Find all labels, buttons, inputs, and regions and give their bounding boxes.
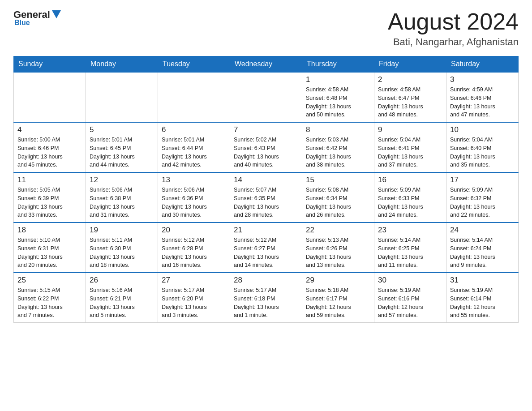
calendar-cell: 11Sunrise: 5:05 AM Sunset: 6:39 PM Dayli…	[14, 172, 86, 223]
logo-triangle-icon	[52, 10, 61, 18]
calendar-cell: 2Sunrise: 4:58 AM Sunset: 6:47 PM Daylig…	[374, 72, 446, 122]
calendar-header-friday: Friday	[374, 56, 446, 73]
day-info: Sunrise: 5:12 AM Sunset: 6:28 PM Dayligh…	[162, 236, 226, 270]
calendar-cell: 4Sunrise: 5:00 AM Sunset: 6:46 PM Daylig…	[14, 122, 86, 172]
day-info: Sunrise: 5:02 AM Sunset: 6:43 PM Dayligh…	[234, 136, 298, 169]
calendar-cell	[86, 72, 158, 122]
day-info: Sunrise: 5:16 AM Sunset: 6:21 PM Dayligh…	[90, 286, 154, 320]
calendar-cell: 6Sunrise: 5:01 AM Sunset: 6:44 PM Daylig…	[158, 122, 230, 172]
calendar-header-thursday: Thursday	[302, 56, 374, 73]
day-info: Sunrise: 4:58 AM Sunset: 6:48 PM Dayligh…	[306, 86, 370, 119]
day-number: 29	[306, 276, 370, 285]
location-title: Bati, Nangarhar, Afghanistan	[388, 36, 519, 48]
calendar-week-row: 4Sunrise: 5:00 AM Sunset: 6:46 PM Daylig…	[14, 122, 519, 172]
day-info: Sunrise: 5:17 AM Sunset: 6:20 PM Dayligh…	[162, 286, 226, 320]
day-number: 24	[450, 226, 515, 235]
calendar-cell: 1Sunrise: 4:58 AM Sunset: 6:48 PM Daylig…	[302, 72, 374, 122]
day-info: Sunrise: 5:12 AM Sunset: 6:27 PM Dayligh…	[234, 236, 298, 270]
day-number: 21	[234, 226, 298, 235]
calendar-cell: 9Sunrise: 5:04 AM Sunset: 6:41 PM Daylig…	[374, 122, 446, 172]
calendar-cell	[230, 72, 302, 122]
calendar-table: SundayMondayTuesdayWednesdayThursdayFrid…	[13, 56, 519, 323]
day-number: 26	[90, 276, 154, 285]
day-info: Sunrise: 5:09 AM Sunset: 6:33 PM Dayligh…	[378, 186, 442, 219]
day-number: 6	[162, 125, 226, 134]
day-number: 1	[306, 75, 370, 84]
day-number: 3	[450, 75, 515, 84]
day-info: Sunrise: 5:17 AM Sunset: 6:18 PM Dayligh…	[234, 286, 298, 320]
calendar-header-tuesday: Tuesday	[158, 56, 230, 73]
calendar-week-row: 11Sunrise: 5:05 AM Sunset: 6:39 PM Dayli…	[14, 172, 519, 223]
calendar-cell: 26Sunrise: 5:16 AM Sunset: 6:21 PM Dayli…	[86, 273, 158, 323]
calendar-cell: 25Sunrise: 5:15 AM Sunset: 6:22 PM Dayli…	[14, 273, 86, 323]
day-number: 5	[90, 125, 154, 134]
day-number: 17	[450, 176, 515, 184]
calendar-cell	[158, 72, 230, 122]
day-number: 20	[162, 226, 226, 235]
day-info: Sunrise: 5:19 AM Sunset: 6:16 PM Dayligh…	[378, 286, 442, 320]
day-info: Sunrise: 5:04 AM Sunset: 6:41 PM Dayligh…	[378, 136, 442, 169]
day-number: 30	[378, 276, 442, 285]
calendar-header-row: SundayMondayTuesdayWednesdayThursdayFrid…	[14, 56, 519, 73]
calendar-cell: 27Sunrise: 5:17 AM Sunset: 6:20 PM Dayli…	[158, 273, 230, 323]
day-info: Sunrise: 5:03 AM Sunset: 6:42 PM Dayligh…	[306, 136, 370, 169]
day-info: Sunrise: 5:08 AM Sunset: 6:34 PM Dayligh…	[306, 186, 370, 219]
calendar-cell: 7Sunrise: 5:02 AM Sunset: 6:43 PM Daylig…	[230, 122, 302, 172]
calendar-cell: 23Sunrise: 5:14 AM Sunset: 6:25 PM Dayli…	[374, 223, 446, 273]
day-info: Sunrise: 5:01 AM Sunset: 6:45 PM Dayligh…	[90, 136, 154, 169]
day-info: Sunrise: 5:13 AM Sunset: 6:26 PM Dayligh…	[306, 236, 370, 270]
day-info: Sunrise: 5:14 AM Sunset: 6:25 PM Dayligh…	[378, 236, 442, 270]
logo-blue-text: Blue	[14, 19, 30, 27]
calendar-cell: 19Sunrise: 5:11 AM Sunset: 6:30 PM Dayli…	[86, 223, 158, 273]
day-number: 11	[17, 176, 82, 184]
day-info: Sunrise: 5:01 AM Sunset: 6:44 PM Dayligh…	[162, 136, 226, 169]
day-number: 14	[234, 176, 298, 184]
day-number: 7	[234, 125, 298, 134]
calendar-cell: 16Sunrise: 5:09 AM Sunset: 6:33 PM Dayli…	[374, 172, 446, 223]
calendar-header-sunday: Sunday	[14, 56, 86, 73]
month-title: August 2024	[388, 9, 519, 34]
calendar-week-row: 1Sunrise: 4:58 AM Sunset: 6:48 PM Daylig…	[14, 72, 519, 122]
day-number: 23	[378, 226, 442, 235]
day-number: 10	[450, 125, 515, 134]
day-number: 25	[17, 276, 82, 285]
day-number: 9	[378, 125, 442, 134]
day-number: 2	[378, 75, 442, 84]
calendar-cell: 3Sunrise: 4:59 AM Sunset: 6:46 PM Daylig…	[446, 72, 519, 122]
day-info: Sunrise: 4:58 AM Sunset: 6:47 PM Dayligh…	[378, 86, 442, 119]
day-number: 18	[17, 226, 82, 235]
calendar-cell: 18Sunrise: 5:10 AM Sunset: 6:31 PM Dayli…	[14, 223, 86, 273]
day-number: 31	[450, 276, 515, 285]
day-info: Sunrise: 4:59 AM Sunset: 6:46 PM Dayligh…	[450, 86, 515, 119]
calendar-cell: 17Sunrise: 5:09 AM Sunset: 6:32 PM Dayli…	[446, 172, 519, 223]
page-header: General Blue August 2024 Bati, Nangarhar…	[13, 9, 519, 48]
day-number: 4	[17, 125, 82, 134]
day-info: Sunrise: 5:06 AM Sunset: 6:38 PM Dayligh…	[90, 186, 154, 219]
day-number: 8	[306, 125, 370, 134]
calendar-cell: 13Sunrise: 5:06 AM Sunset: 6:36 PM Dayli…	[158, 172, 230, 223]
calendar-cell: 12Sunrise: 5:06 AM Sunset: 6:38 PM Dayli…	[86, 172, 158, 223]
calendar-cell: 10Sunrise: 5:04 AM Sunset: 6:40 PM Dayli…	[446, 122, 519, 172]
calendar-cell: 5Sunrise: 5:01 AM Sunset: 6:45 PM Daylig…	[86, 122, 158, 172]
calendar-cell: 8Sunrise: 5:03 AM Sunset: 6:42 PM Daylig…	[302, 122, 374, 172]
day-info: Sunrise: 5:06 AM Sunset: 6:36 PM Dayligh…	[162, 186, 226, 219]
day-info: Sunrise: 5:04 AM Sunset: 6:40 PM Dayligh…	[450, 136, 515, 169]
day-number: 12	[90, 176, 154, 184]
calendar-cell: 31Sunrise: 5:19 AM Sunset: 6:14 PM Dayli…	[446, 273, 519, 323]
day-info: Sunrise: 5:15 AM Sunset: 6:22 PM Dayligh…	[17, 286, 82, 320]
day-number: 15	[306, 176, 370, 184]
calendar-week-row: 25Sunrise: 5:15 AM Sunset: 6:22 PM Dayli…	[14, 273, 519, 323]
day-info: Sunrise: 5:07 AM Sunset: 6:35 PM Dayligh…	[234, 186, 298, 219]
calendar-cell: 29Sunrise: 5:18 AM Sunset: 6:17 PM Dayli…	[302, 273, 374, 323]
calendar-cell: 30Sunrise: 5:19 AM Sunset: 6:16 PM Dayli…	[374, 273, 446, 323]
day-info: Sunrise: 5:00 AM Sunset: 6:46 PM Dayligh…	[17, 136, 82, 169]
calendar-cell: 15Sunrise: 5:08 AM Sunset: 6:34 PM Dayli…	[302, 172, 374, 223]
day-info: Sunrise: 5:10 AM Sunset: 6:31 PM Dayligh…	[17, 236, 82, 270]
calendar-cell: 20Sunrise: 5:12 AM Sunset: 6:28 PM Dayli…	[158, 223, 230, 273]
calendar-cell: 24Sunrise: 5:14 AM Sunset: 6:24 PM Dayli…	[446, 223, 519, 273]
day-number: 13	[162, 176, 226, 184]
day-info: Sunrise: 5:05 AM Sunset: 6:39 PM Dayligh…	[17, 186, 82, 219]
logo: General Blue	[13, 9, 61, 27]
day-number: 16	[378, 176, 442, 184]
calendar-week-row: 18Sunrise: 5:10 AM Sunset: 6:31 PM Dayli…	[14, 223, 519, 273]
